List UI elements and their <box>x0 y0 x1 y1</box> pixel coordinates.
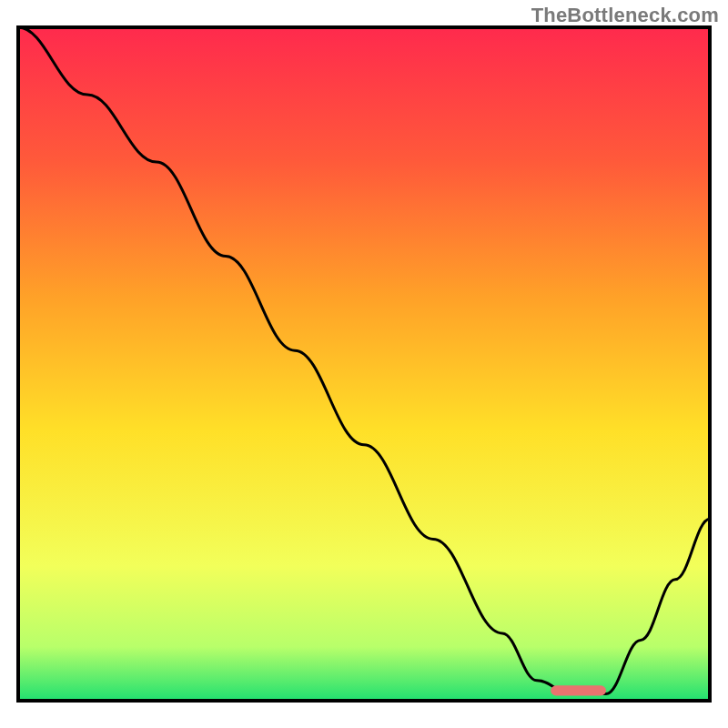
bottleneck-chart <box>0 0 728 728</box>
optimum-marker <box>551 685 606 695</box>
